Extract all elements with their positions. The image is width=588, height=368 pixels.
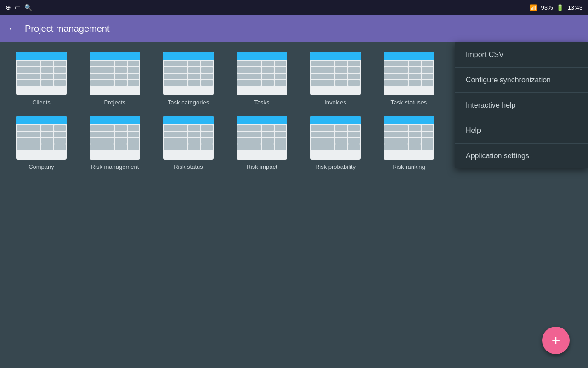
menu-item-app-settings[interactable]: Application settings (455, 144, 588, 168)
back-button[interactable]: ← (7, 23, 17, 34)
status-right-icons: 📶 93% 🔋 13:43 (530, 4, 582, 11)
battery-percent: 93% (541, 4, 553, 11)
fab-button[interactable]: + (542, 327, 570, 354)
menu-overlay[interactable] (0, 42, 448, 368)
wifi-icon: 📶 (530, 4, 537, 11)
status-bar: ⊕ ▭ 🔍 📶 93% 🔋 13:43 (0, 0, 588, 15)
search-icon: 🔍 (24, 4, 32, 11)
clock: 13:43 (567, 4, 582, 11)
dropdown-menu: Import CSVConfigure synchronizationInter… (455, 42, 588, 168)
menu-item-import-csv[interactable]: Import CSV (455, 42, 588, 68)
screen-icon: ▭ (15, 4, 21, 11)
page-title: Project management (25, 23, 110, 34)
notification-icon: ⊕ (6, 4, 11, 11)
menu-item-interactive-help[interactable]: Interactive help (455, 93, 588, 118)
main-content: ClientsProjectsTask categoriesTasksInvoi… (0, 42, 588, 368)
status-left-icons: ⊕ ▭ 🔍 (6, 4, 32, 11)
battery-icon: 🔋 (556, 4, 564, 11)
menu-item-help[interactable]: Help (455, 118, 588, 144)
app-bar: ← Project management (0, 15, 588, 42)
menu-item-configure-sync[interactable]: Configure synchronization (455, 68, 588, 93)
